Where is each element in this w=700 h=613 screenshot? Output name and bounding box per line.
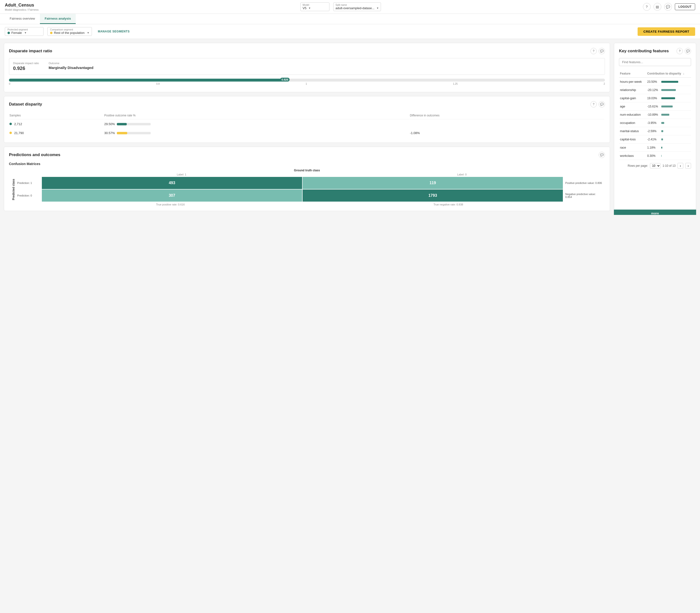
rows-per-page-select[interactable]: 10 25 50 — [650, 163, 661, 168]
sort-icon[interactable]: ↓ — [683, 72, 684, 75]
contribution-value: -2.59% — [647, 129, 660, 133]
dd-bar-fill-female — [117, 123, 127, 125]
dir-ratio-label: Disparate impact ratio — [13, 62, 39, 65]
left-column: Disparate impact ratio ? 💬 Disparate imp… — [4, 43, 610, 211]
feature-contribution: -10.89% — [646, 110, 691, 119]
features-row: hours-per-week 23.50% — [619, 77, 691, 86]
tab-bar: Fairness overview Fairness analysis — [0, 14, 700, 24]
pagination-prev-button[interactable]: ‹ — [677, 163, 683, 169]
features-row: race 1.18% — [619, 144, 691, 152]
dir-progress-bar: 0.926 0 0.8 1 1.25 2 — [9, 79, 605, 85]
true-positive-rate: True positive rate: 0.616 — [156, 203, 185, 206]
rows-per-page-label: Rows per page: — [628, 164, 648, 168]
dataset-disparity-title: Dataset disparity — [9, 102, 42, 107]
comparison-segment-chevron-icon: ▼ — [87, 31, 89, 34]
dir-outcome-label: Outcome — [49, 62, 93, 65]
manage-segments-link[interactable]: MANAGE SEGMENTS — [98, 30, 130, 33]
dd-samples-rest: 21,790 — [10, 129, 104, 137]
dd-dot-green-icon — [10, 123, 12, 125]
create-fairness-report-button[interactable]: CREATE FAIRNESS REPORT — [638, 27, 695, 36]
more-button[interactable]: more — [614, 210, 696, 215]
features-col-contribution: Contribution to disparity ↓ — [646, 70, 691, 77]
features-col-feature: Feature — [619, 70, 646, 77]
dd-col-diff: Difference in outcomes — [410, 112, 605, 119]
scale-label-1: 1 — [305, 82, 307, 85]
protected-segment-dot-icon — [8, 32, 10, 34]
predictions-title: Predictions and outcomes — [9, 153, 61, 157]
key-features-icons: ? 💬 — [676, 48, 691, 54]
report-icon[interactable]: ▤ — [653, 3, 661, 11]
feature-name: marital-status — [619, 127, 646, 135]
disparate-impact-header: Disparate impact ratio ? 💬 — [9, 48, 605, 54]
predictions-header: Predictions and outcomes 💬 — [9, 152, 605, 158]
key-features-title: Key contributing features — [619, 49, 669, 53]
model-dropdown[interactable]: Model V5 ▼ — [300, 2, 329, 11]
disparate-impact-card: Disparate impact ratio ? 💬 Disparate imp… — [4, 43, 610, 92]
predictions-card: Predictions and outcomes 💬 Confusion Mat… — [4, 147, 610, 211]
disparate-impact-help-icon[interactable]: ? — [591, 48, 597, 54]
split-dropdown[interactable]: Split name adult-oversampled-datase... ▼ — [333, 2, 381, 11]
protected-segment-dropdown[interactable]: Protected segment Female ▼ — [5, 27, 43, 36]
contribution-bar — [661, 114, 669, 116]
contribution-value: 23.50% — [647, 80, 660, 83]
key-features-header: Key contributing features ? 💬 — [619, 48, 691, 54]
matrix-col-header-1: Label: 1 — [41, 173, 322, 176]
feature-contribution: -20.12% — [646, 86, 691, 94]
tab-fairness-analysis[interactable]: Fairness analysis — [40, 14, 76, 24]
predictions-comment-icon[interactable]: 💬 — [599, 152, 605, 158]
contribution-bar — [661, 155, 662, 157]
header-icons: ? ▤ 💬 LOGOUT — [643, 3, 695, 11]
protected-segment-value: Female — [11, 31, 22, 35]
header: Adult_Census Model diagnostics / Fairnes… — [0, 0, 700, 14]
key-features-comment-icon[interactable]: 💬 — [685, 48, 691, 54]
pagination-next-button[interactable]: › — [685, 163, 691, 169]
split-value: adult-oversampled-datase... — [335, 6, 374, 10]
contribution-value: -10.89% — [647, 113, 660, 116]
dataset-disparity-header: Dataset disparity ? 💬 — [9, 101, 605, 107]
key-features-help-icon[interactable]: ? — [676, 48, 683, 54]
contribution-value: 0.30% — [647, 154, 660, 158]
contribution-bar — [661, 89, 676, 91]
logout-button[interactable]: LOGOUT — [675, 3, 695, 10]
ground-truth-label: Ground truth class — [9, 169, 605, 172]
comparison-segment-label: Comparison segment — [50, 28, 89, 31]
feature-contribution: 23.50% — [646, 77, 691, 86]
comparison-segment-dropdown[interactable]: Comparison segment Rest of the populatio… — [48, 27, 92, 36]
feature-name: race — [619, 144, 646, 152]
dir-outcome-value: Marginally Disadvantaged — [49, 66, 93, 70]
disparate-impact-comment-icon[interactable]: 💬 — [599, 48, 605, 54]
contribution-value: -3.95% — [647, 121, 660, 125]
feature-contribution: -2.41% — [646, 135, 691, 144]
matrix-grid: Prediction: 1 493 119 Positive predictiv… — [17, 177, 602, 201]
comparison-segment-dot-icon — [50, 32, 52, 34]
contribution-bar — [661, 81, 678, 83]
features-search-input[interactable] — [619, 58, 691, 66]
feature-name: hours-per-week — [619, 77, 646, 86]
ground-truth-text: Ground truth class — [294, 169, 320, 172]
dir-scale-labels: 0 0.8 1 1.25 2 — [9, 82, 605, 85]
dd-dot-yellow-icon — [10, 132, 12, 134]
feature-contribution: 1.18% — [646, 144, 691, 152]
dataset-disparity-comment-icon[interactable]: 💬 — [599, 101, 605, 107]
model-value: V5 — [303, 6, 306, 10]
matrix-body: Label: 1 Label: 0 Prediction: 1 493 119 … — [17, 173, 602, 206]
pagination-info: 1-10 of 13 — [662, 164, 676, 168]
features-row: capital-loss -2.41% — [619, 135, 691, 144]
chat-icon[interactable]: 💬 — [664, 3, 672, 11]
contribution-value: 19.03% — [647, 96, 660, 100]
dd-rate-rest: 30.57% — [104, 129, 409, 137]
feature-contribution: -3.95% — [646, 119, 691, 127]
confusion-matrices-title: Confusion Matrices — [9, 162, 605, 166]
tab-fairness-overview[interactable]: Fairness overview — [5, 14, 40, 24]
disparate-impact-values: Disparate impact ratio 0.926 Outcome Mar… — [9, 58, 605, 75]
dd-rate-value-rest: 30.57% — [104, 131, 115, 135]
matrix-cell-tn: 1793 — [303, 190, 563, 201]
dataset-disparity-help-icon[interactable]: ? — [591, 101, 597, 107]
help-icon[interactable]: ? — [643, 3, 651, 11]
app-title: Adult_Census — [5, 3, 38, 8]
model-chevron-icon: ▼ — [308, 7, 311, 10]
dd-bar-female — [117, 123, 151, 125]
dd-bar-fill-rest — [117, 132, 127, 134]
matrix-cell-fp: 119 — [303, 177, 563, 189]
dd-samples-value-rest: 21,790 — [14, 131, 24, 135]
